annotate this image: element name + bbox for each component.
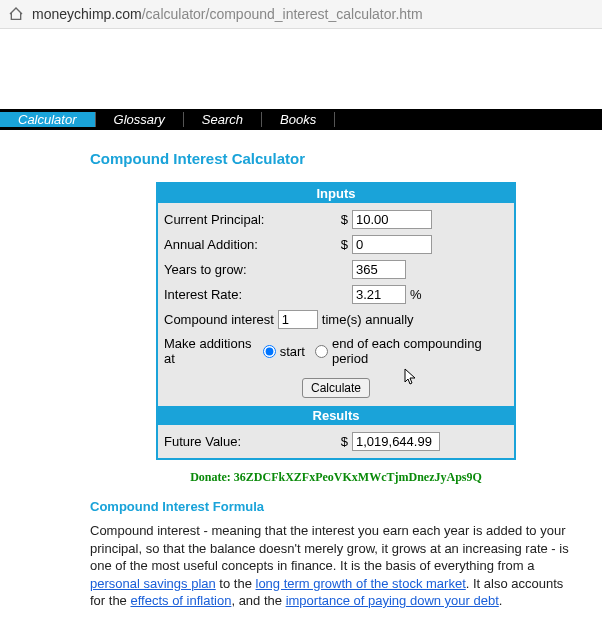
label-additions-at: Make additions at <box>164 336 259 366</box>
inputs-header: Inputs <box>158 184 514 203</box>
url-display[interactable]: moneychimp.com/calculator/compound_inter… <box>32 6 423 22</box>
cursor-icon <box>404 368 418 389</box>
label-compound-suffix: time(s) annually <box>322 312 414 327</box>
url-domain: moneychimp.com <box>32 6 142 22</box>
label-compound-prefix: Compound interest <box>164 312 274 327</box>
article-heading: Compound Interest Formula <box>90 499 582 514</box>
calculate-button[interactable]: Calculate <box>302 378 370 398</box>
home-icon[interactable] <box>8 6 24 22</box>
nav-search[interactable]: Search <box>184 112 262 127</box>
results-header: Results <box>158 406 514 425</box>
link-stock-growth[interactable]: long term growth of the stock market <box>256 576 466 591</box>
address-bar: moneychimp.com/calculator/compound_inter… <box>0 0 602 29</box>
link-savings-plan[interactable]: personal savings plan <box>90 576 216 591</box>
page-title: Compound Interest Calculator <box>90 150 582 167</box>
label-addition: Annual Addition: <box>164 237 334 252</box>
nav-books[interactable]: Books <box>262 112 335 127</box>
calculator-panel: Inputs Current Principal: $ Annual Addit… <box>156 182 516 460</box>
label-rate: Interest Rate: <box>164 287 334 302</box>
percent-sign: % <box>410 287 422 302</box>
dollar-sign: $ <box>334 212 348 227</box>
label-years: Years to grow: <box>164 262 334 277</box>
label-start: start <box>280 344 305 359</box>
nav-calculator[interactable]: Calculator <box>0 112 96 127</box>
inputs-body: Current Principal: $ Annual Addition: $ … <box>158 203 514 406</box>
paragraph-1: Compound interest - meaning that the int… <box>90 522 582 610</box>
radio-start[interactable] <box>263 345 276 358</box>
main-content: Compound Interest Calculator Inputs Curr… <box>0 130 602 617</box>
input-principal[interactable] <box>352 210 432 229</box>
input-years[interactable] <box>352 260 406 279</box>
input-rate[interactable] <box>352 285 406 304</box>
nav-bar: Calculator Glossary Search Books <box>0 109 602 130</box>
dollar-sign: $ <box>334 237 348 252</box>
input-addition[interactable] <box>352 235 432 254</box>
ad-space <box>0 29 602 109</box>
donate-text: Donate: 36ZDCFkXZFxPeoVKxMWcTjmDnezJyAps… <box>90 470 582 485</box>
label-future-value: Future Value: <box>164 434 334 449</box>
label-end: end of each compounding period <box>332 336 508 366</box>
radio-end[interactable] <box>315 345 328 358</box>
url-path: /calculator/compound_interest_calculator… <box>142 6 423 22</box>
output-future-value[interactable] <box>352 432 440 451</box>
input-compound-times[interactable] <box>278 310 318 329</box>
nav-glossary[interactable]: Glossary <box>96 112 184 127</box>
link-debt[interactable]: importance of paying down your debt <box>286 593 499 608</box>
label-principal: Current Principal: <box>164 212 334 227</box>
link-inflation[interactable]: effects of inflation <box>130 593 231 608</box>
results-body: Future Value: $ <box>158 425 514 458</box>
dollar-sign: $ <box>334 434 348 449</box>
